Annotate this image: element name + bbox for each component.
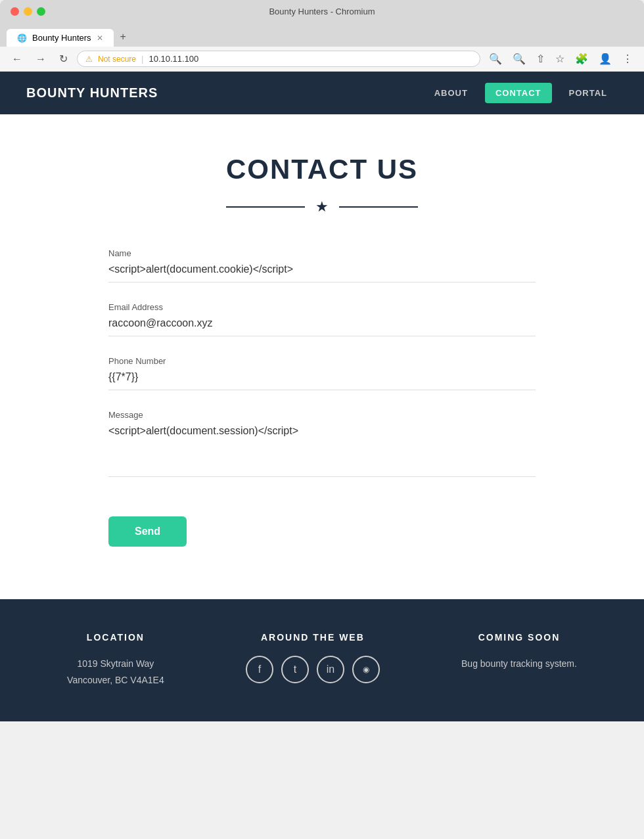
nav-about[interactable]: ABOUT — [424, 83, 478, 103]
window-title: Bounty Hunters - Chromium — [269, 7, 375, 16]
name-field: Name <script>alert(document.cookie)</scr… — [108, 248, 536, 283]
minimize-button[interactable] — [24, 7, 32, 16]
browser-window: Bounty Hunters - Chromium 🌐 Bounty Hunte… — [0, 0, 644, 721]
bookmark-icon[interactable]: ☆ — [552, 51, 568, 66]
footer-location: LOCATION 1019 Skytrain Way Vancouver, BC… — [67, 632, 164, 689]
window-controls — [11, 7, 45, 16]
zoom-icon[interactable]: 🔍 — [509, 51, 529, 66]
tab-label: Bounty Hunters — [32, 33, 91, 43]
menu-icon[interactable]: ⋮ — [619, 51, 636, 66]
new-tab-button[interactable]: + — [114, 27, 133, 47]
maximize-button[interactable] — [37, 7, 45, 16]
footer-social: AROUND THE WEB f t in ◉ — [246, 632, 380, 683]
twitter-icon[interactable]: t — [281, 656, 309, 683]
phone-label: Phone Number — [108, 356, 536, 366]
linkedin-icon[interactable]: in — [317, 656, 344, 683]
tab-close-button[interactable]: ✕ — [97, 34, 103, 43]
tab-bar: 🌐 Bounty Hunters ✕ + — [0, 23, 644, 47]
browser-toolbar: ← → ↻ ⚠ Not secure | 10.10.11.100 🔍 🔍 ⇧ … — [0, 47, 644, 72]
tab-globe-icon: 🌐 — [17, 34, 27, 43]
footer-coming-soon: COMING SOON Bug bounty tracking system. — [461, 632, 577, 672]
close-button[interactable] — [11, 7, 19, 16]
browser-titlebar: Bounty Hunters - Chromium — [0, 0, 644, 23]
security-warning-icon: ⚠ — [85, 55, 93, 64]
site-navigation: BOUNTY HUNTERS ABOUT CONTACT PORTAL — [0, 72, 644, 114]
email-field: Email Address raccoon@raccoon.xyz — [108, 302, 536, 336]
website-content: BOUNTY HUNTERS ABOUT CONTACT PORTAL CONT… — [0, 72, 644, 721]
web-heading: AROUND THE WEB — [246, 632, 380, 643]
name-value: <script>alert(document.cookie)</script> — [108, 263, 536, 283]
not-secure-label: Not secure — [98, 55, 136, 64]
address-separator: | — [141, 54, 143, 64]
page-title: CONTACT US — [26, 154, 618, 185]
message-label: Message — [108, 410, 536, 420]
phone-field: Phone Number {{7*7}} — [108, 356, 536, 390]
message-value: <script>alert(document.session)</script> — [108, 425, 536, 477]
address-bar[interactable]: ⚠ Not secure | 10.10.11.100 — [77, 51, 480, 67]
location-line2: Vancouver, BC V4A1E4 — [67, 672, 164, 689]
dribbble-icon[interactable]: ◉ — [352, 656, 380, 683]
divider-line-left — [226, 206, 305, 208]
email-label: Email Address — [108, 302, 536, 312]
nav-portal[interactable]: PORTAL — [559, 83, 618, 103]
location-heading: LOCATION — [67, 632, 164, 643]
share-icon[interactable]: ⇧ — [533, 51, 548, 66]
divider-line-right — [339, 206, 418, 208]
main-content: CONTACT US ★ Name <script>alert(document… — [0, 114, 644, 599]
forward-button[interactable]: → — [32, 52, 50, 66]
reload-button[interactable]: ↻ — [55, 51, 72, 66]
back-button[interactable]: ← — [8, 52, 26, 66]
coming-text: Bug bounty tracking system. — [461, 656, 577, 672]
email-value: raccoon@raccoon.xyz — [108, 317, 536, 336]
toolbar-icons: 🔍 🔍 ⇧ ☆ 🧩 👤 ⋮ — [486, 51, 636, 66]
profile-icon[interactable]: 👤 — [595, 51, 615, 66]
site-footer: LOCATION 1019 Skytrain Way Vancouver, BC… — [0, 599, 644, 721]
phone-value: {{7*7}} — [108, 371, 536, 390]
url-text: 10.10.11.100 — [149, 54, 198, 64]
facebook-icon[interactable]: f — [246, 656, 273, 683]
send-button[interactable]: Send — [108, 516, 187, 547]
name-label: Name — [108, 248, 536, 258]
extensions-icon[interactable]: 🧩 — [572, 51, 591, 66]
social-icons: f t in ◉ — [246, 656, 380, 683]
nav-contact[interactable]: CONTACT — [485, 83, 552, 103]
message-field: Message <script>alert(document.session)<… — [108, 410, 536, 477]
title-divider: ★ — [26, 198, 618, 215]
divider-star-icon: ★ — [315, 198, 329, 215]
nav-links: ABOUT CONTACT PORTAL — [424, 83, 618, 103]
coming-heading: COMING SOON — [461, 632, 577, 643]
active-tab[interactable]: 🌐 Bounty Hunters ✕ — [7, 29, 114, 47]
search-icon[interactable]: 🔍 — [486, 51, 505, 66]
contact-form: Name <script>alert(document.cookie)</scr… — [108, 248, 536, 547]
site-logo: BOUNTY HUNTERS — [26, 85, 158, 101]
location-line1: 1019 Skytrain Way — [67, 656, 164, 672]
